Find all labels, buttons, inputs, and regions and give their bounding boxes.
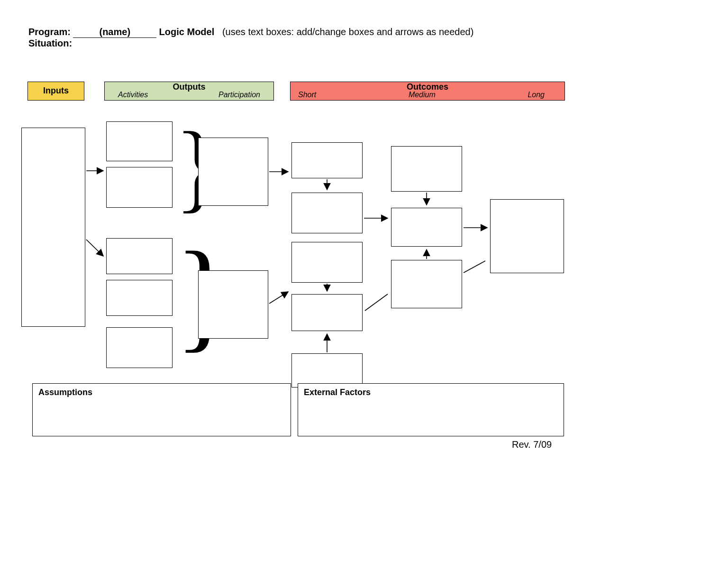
svg-line-12 <box>464 261 485 273</box>
svg-line-1 <box>86 240 103 256</box>
svg-line-8 <box>365 294 388 311</box>
logic-model-page: Program: (name) Logic Model (uses text b… <box>0 0 728 563</box>
arrows-layer <box>0 0 728 563</box>
svg-line-3 <box>269 292 288 304</box>
